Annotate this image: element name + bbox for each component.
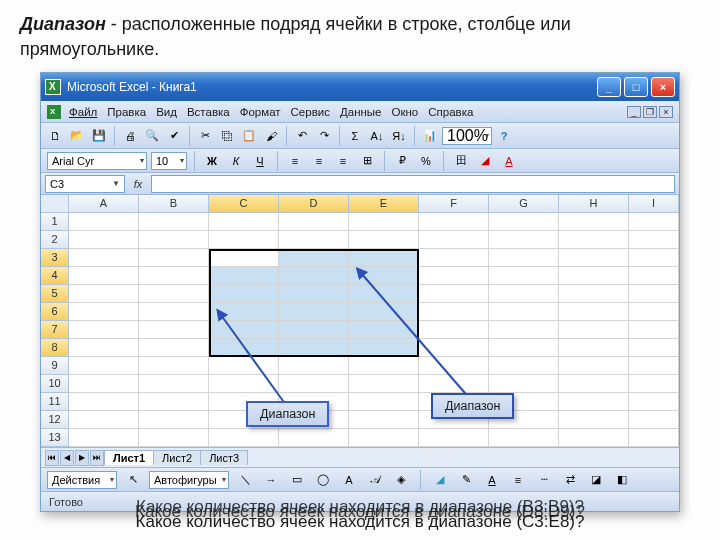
rowhead-8[interactable]: 8 xyxy=(41,339,69,357)
cell-D9[interactable] xyxy=(279,357,349,375)
cell-A6[interactable] xyxy=(69,303,139,321)
cell-I3[interactable] xyxy=(629,249,679,267)
new-icon[interactable]: 🗋 xyxy=(45,126,65,146)
cell-F5[interactable] xyxy=(419,285,489,303)
rowhead-3[interactable]: 3 xyxy=(41,249,69,267)
col-G[interactable]: G xyxy=(489,195,559,213)
cell-C2[interactable] xyxy=(209,231,279,249)
col-F[interactable]: F xyxy=(419,195,489,213)
dash-icon[interactable]: ┄ xyxy=(534,470,554,490)
cell-H7[interactable] xyxy=(559,321,629,339)
col-I[interactable]: I xyxy=(629,195,679,213)
cell-E3[interactable] xyxy=(349,249,419,267)
cell-B4[interactable] xyxy=(139,267,209,285)
maximize-button[interactable]: □ xyxy=(624,77,648,97)
cell-B12[interactable] xyxy=(139,411,209,429)
rowhead-4[interactable]: 4 xyxy=(41,267,69,285)
fx-icon[interactable]: fx xyxy=(129,175,147,193)
cell-F6[interactable] xyxy=(419,303,489,321)
cell-H6[interactable] xyxy=(559,303,629,321)
redo-icon[interactable]: ↷ xyxy=(314,126,334,146)
cell-H13[interactable] xyxy=(559,429,629,447)
cell-C10[interactable] xyxy=(209,375,279,393)
cell-I9[interactable] xyxy=(629,357,679,375)
arrow-style-icon[interactable]: ⇄ xyxy=(560,470,580,490)
cell-I13[interactable] xyxy=(629,429,679,447)
mdi-min-button[interactable]: _ xyxy=(627,106,641,118)
cell-F3[interactable] xyxy=(419,249,489,267)
cell-H9[interactable] xyxy=(559,357,629,375)
cell-I5[interactable] xyxy=(629,285,679,303)
zoom-combo[interactable]: 100% xyxy=(442,127,492,145)
cell-D6[interactable] xyxy=(279,303,349,321)
cell-G6[interactable] xyxy=(489,303,559,321)
cell-G1[interactable] xyxy=(489,213,559,231)
tab-first-icon[interactable]: ⏮ xyxy=(45,450,59,466)
paste-icon[interactable]: 📋 xyxy=(239,126,259,146)
cell-I6[interactable] xyxy=(629,303,679,321)
cell-F1[interactable] xyxy=(419,213,489,231)
rowhead-1[interactable]: 1 xyxy=(41,213,69,231)
cell-D3[interactable] xyxy=(279,249,349,267)
rowhead-11[interactable]: 11 xyxy=(41,393,69,411)
line-color-icon[interactable]: ✎ xyxy=(456,470,476,490)
cell-E9[interactable] xyxy=(349,357,419,375)
cell-B6[interactable] xyxy=(139,303,209,321)
save-icon[interactable]: 💾 xyxy=(89,126,109,146)
cell-D2[interactable] xyxy=(279,231,349,249)
arrow-icon[interactable]: → xyxy=(261,470,281,490)
cell-E13[interactable] xyxy=(349,429,419,447)
wordart-icon[interactable]: 𝒜 xyxy=(365,470,385,490)
col-D[interactable]: D xyxy=(279,195,349,213)
cell-G4[interactable] xyxy=(489,267,559,285)
cell-D13[interactable] xyxy=(279,429,349,447)
rowhead-5[interactable]: 5 xyxy=(41,285,69,303)
merge-icon[interactable]: ⊞ xyxy=(357,151,377,171)
percent-icon[interactable]: % xyxy=(416,151,436,171)
print-icon[interactable]: 🖨 xyxy=(120,126,140,146)
close-button[interactable]: × xyxy=(651,77,675,97)
autoshapes-combo[interactable]: Автофигуры xyxy=(149,471,229,489)
cell-H8[interactable] xyxy=(559,339,629,357)
cell-E2[interactable] xyxy=(349,231,419,249)
cell-B9[interactable] xyxy=(139,357,209,375)
cell-I1[interactable] xyxy=(629,213,679,231)
copy-icon[interactable]: ⿻ xyxy=(217,126,237,146)
name-box-dropdown-icon[interactable]: ▼ xyxy=(112,179,120,188)
cell-E12[interactable] xyxy=(349,411,419,429)
bold-icon[interactable]: Ж xyxy=(202,151,222,171)
cell-C8[interactable] xyxy=(209,339,279,357)
align-right-icon[interactable]: ≡ xyxy=(333,151,353,171)
cell-B3[interactable] xyxy=(139,249,209,267)
doc-icon[interactable] xyxy=(47,105,61,119)
align-left-icon[interactable]: ≡ xyxy=(285,151,305,171)
cell-B8[interactable] xyxy=(139,339,209,357)
select-all-corner[interactable] xyxy=(41,195,69,213)
cell-F9[interactable] xyxy=(419,357,489,375)
undo-icon[interactable]: ↶ xyxy=(292,126,312,146)
font-name-combo[interactable]: Arial Cyr xyxy=(47,152,147,170)
font-color2-icon[interactable]: A xyxy=(482,470,502,490)
cell-I11[interactable] xyxy=(629,393,679,411)
cell-C9[interactable] xyxy=(209,357,279,375)
formula-bar[interactable] xyxy=(151,175,675,193)
cell-F8[interactable] xyxy=(419,339,489,357)
open-icon[interactable]: 📂 xyxy=(67,126,87,146)
font-color-icon[interactable]: A xyxy=(499,151,519,171)
cell-F13[interactable] xyxy=(419,429,489,447)
textbox-icon[interactable]: A xyxy=(339,470,359,490)
underline-icon[interactable]: Ч xyxy=(250,151,270,171)
cell-E4[interactable] xyxy=(349,267,419,285)
rowhead-9[interactable]: 9 xyxy=(41,357,69,375)
menu-data[interactable]: Данные xyxy=(340,106,382,118)
menu-insert[interactable]: Вставка xyxy=(187,106,230,118)
menu-tools[interactable]: Сервис xyxy=(291,106,330,118)
cell-A7[interactable] xyxy=(69,321,139,339)
cell-E11[interactable] xyxy=(349,393,419,411)
cell-G7[interactable] xyxy=(489,321,559,339)
col-C[interactable]: C xyxy=(209,195,279,213)
cell-E10[interactable] xyxy=(349,375,419,393)
rect-icon[interactable]: ▭ xyxy=(287,470,307,490)
cell-B1[interactable] xyxy=(139,213,209,231)
line-style-icon[interactable]: ≡ xyxy=(508,470,528,490)
